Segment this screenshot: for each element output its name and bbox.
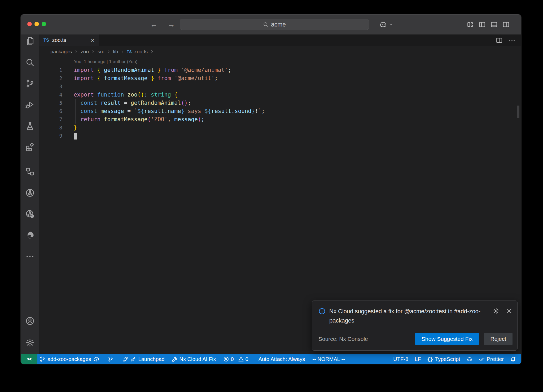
files-icon <box>25 37 34 46</box>
breadcrumb-item[interactable]: packages <box>50 49 72 55</box>
toggle-sidebar-right-icon[interactable] <box>502 21 510 28</box>
chevron-right-icon <box>74 50 78 54</box>
status-language[interactable]: {}TypeScript <box>426 356 462 362</box>
breadcrumb-item[interactable]: ... <box>156 49 161 55</box>
ellipsis-icon[interactable] <box>509 37 515 44</box>
line-number: 1 <box>39 66 62 74</box>
status-copilot-status[interactable] <box>465 356 474 362</box>
scrollbar-thumb[interactable] <box>517 106 519 118</box>
line-number: 5 <box>39 99 62 107</box>
titlebar: ← → acme <box>21 14 521 34</box>
tab-bar: TS zoo.ts × <box>39 34 521 46</box>
breadcrumb-item[interactable]: zoo.ts <box>134 49 148 55</box>
line-number: 6 <box>39 107 62 115</box>
activity-nx-console[interactable] <box>25 188 34 197</box>
status-nx-cloud-ai-fix-label: Nx Cloud AI Fix <box>179 356 216 362</box>
minimize-window-button[interactable] <box>34 22 39 26</box>
line-number: 8 <box>39 124 62 132</box>
status-formatter-label: Prettier <box>487 356 504 362</box>
code-line-8[interactable]: 8} <box>39 124 521 132</box>
activity-nx-cloud[interactable] <box>25 210 34 219</box>
breadcrumb-item[interactable]: lib <box>113 49 118 55</box>
copilot-icon[interactable] <box>379 20 387 28</box>
activity-source-control[interactable] <box>25 79 34 88</box>
chevron-right-icon <box>107 50 111 54</box>
remote-explorer-icon <box>25 167 34 176</box>
status-auto-attach-label: Auto Attach: Always <box>259 356 305 362</box>
activity-remote-explorer[interactable] <box>25 167 34 176</box>
dbl-check-icon <box>479 356 485 362</box>
edge-icon <box>25 231 34 240</box>
activity-testing[interactable] <box>25 121 34 130</box>
notification-close-icon[interactable] <box>506 308 513 314</box>
activity-more[interactable] <box>25 252 34 261</box>
status-auto-attach[interactable]: Auto Attach: Always <box>257 356 307 362</box>
warning-icon <box>238 356 244 362</box>
activity-explorer[interactable] <box>25 37 34 46</box>
notification-settings-icon[interactable] <box>493 308 500 314</box>
breadcrumb-item[interactable]: zoo <box>81 49 89 55</box>
copilot-menu[interactable] <box>379 14 393 34</box>
notification-message: Nx Cloud suggested a fix for @acme/zoo:t… <box>329 307 488 325</box>
reject-button[interactable]: Reject <box>484 333 513 345</box>
tab-close-icon[interactable]: × <box>91 37 94 43</box>
code-line-9[interactable]: 9 <box>39 132 521 140</box>
line-number: 7 <box>39 115 62 124</box>
remote-indicator[interactable]: >< <box>21 354 37 364</box>
wrench-icon <box>172 356 177 362</box>
plug-icon <box>130 356 136 362</box>
code-line-1[interactable]: 1import { getRandomAnimal } from '@acme/… <box>39 66 521 74</box>
status-nx-cloud-ai-fix[interactable]: Nx Cloud AI Fix <box>170 356 218 362</box>
breadcrumb-item[interactable]: src <box>98 49 104 55</box>
status-formatter[interactable]: Prettier <box>477 356 505 362</box>
layout-controls <box>467 14 510 34</box>
activity-accounts[interactable] <box>25 316 34 325</box>
tab-zoo-ts[interactable]: TS zoo.ts × <box>39 34 99 46</box>
gitlens-blame[interactable]: You, 1 hour ago | 1 author (You) <box>39 57 521 66</box>
status-eol[interactable]: LF <box>413 356 422 362</box>
close-window-button[interactable] <box>27 22 32 26</box>
code-line-3[interactable]: 3 <box>39 82 521 91</box>
command-center-search[interactable]: acme <box>180 19 369 30</box>
show-suggested-fix-button[interactable]: Show Suggested Fix <box>415 333 479 345</box>
cloud-upload-icon <box>93 356 99 362</box>
ellipsis-icon <box>25 252 34 261</box>
code-line-7[interactable]: 7 return formatMessage('ZOO', message); <box>39 115 521 124</box>
activity-edge-tools[interactable] <box>25 231 34 240</box>
status-language-label: TypeScript <box>435 356 460 362</box>
status-problems[interactable]: 00 <box>222 356 252 362</box>
toggle-panel-icon[interactable] <box>491 21 498 28</box>
code-line-4[interactable]: 4export function zoo(): string { <box>39 91 521 99</box>
activity-run-debug[interactable] <box>25 100 34 109</box>
status-launchpad-label: Launchpad <box>138 356 165 362</box>
typescript-file-icon: TS <box>43 38 49 43</box>
code-line-5[interactable]: 5 const result = getRandomAnimal(); <box>39 99 521 107</box>
code-line-6[interactable]: 6 const message = `${result.name} says $… <box>39 107 521 115</box>
nx-cloud-icon <box>25 210 34 219</box>
activity-search[interactable] <box>25 58 34 67</box>
chevron-right-icon <box>150 50 154 54</box>
history-back-button[interactable]: ← <box>150 20 157 29</box>
customize-layout-icon[interactable] <box>467 21 474 28</box>
account-icon <box>25 316 34 325</box>
status-vim-mode[interactable]: -- NORMAL -- <box>311 356 347 362</box>
error-icon <box>223 356 229 362</box>
traffic-lights <box>27 22 46 26</box>
code-line-2[interactable]: 2import { formatMessage } from '@acme/ut… <box>39 74 521 82</box>
braces-icon: {} <box>427 356 433 362</box>
status-launchpad[interactable]: Launchpad <box>121 356 166 362</box>
status-source-control-graph[interactable] <box>106 356 115 362</box>
nx-icon <box>25 188 34 197</box>
history-forward-button[interactable]: → <box>168 20 175 29</box>
activity-extensions[interactable] <box>25 143 34 152</box>
status-encoding[interactable]: UTF-8 <box>392 356 410 362</box>
status-notifications[interactable] <box>509 356 518 362</box>
activity-settings[interactable] <box>25 338 34 347</box>
status-branch[interactable]: add-zoo-packages <box>38 356 101 362</box>
tab-label: zoo.ts <box>52 37 66 43</box>
search-icon <box>263 22 269 27</box>
toggle-sidebar-left-icon[interactable] <box>479 21 486 28</box>
info-icon <box>318 308 326 315</box>
zoom-window-button[interactable] <box>42 22 46 26</box>
split-editor-icon[interactable] <box>496 37 503 44</box>
